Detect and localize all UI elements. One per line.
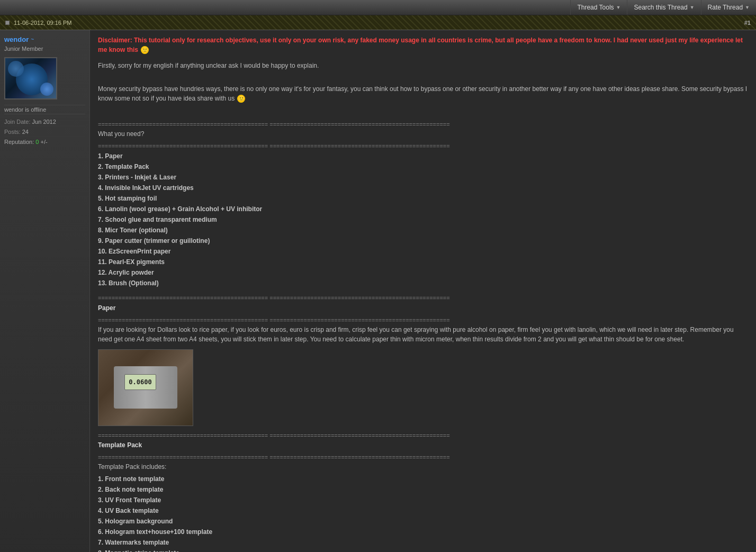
smile-emoji-1: 🙂 — [141, 46, 149, 54]
divider-2: ========================================… — [98, 143, 748, 150]
avatar-circle-3 — [40, 83, 53, 96]
divider-4: ========================================… — [98, 317, 748, 324]
material-item: 8. Micr Toner (optional) — [98, 225, 748, 236]
caliper-body: 0.0600 — [114, 366, 177, 409]
rate-thread-arrow: ▼ — [745, 5, 750, 10]
thread-tools-label: Thread Tools — [577, 4, 614, 11]
divider-5: ========================================… — [98, 432, 748, 439]
material-item: 4. Invisible InkJet UV cartridges — [98, 183, 748, 193]
user-posts: Posts: 24 — [4, 128, 85, 137]
material-item: 13. Brush (Optional) — [98, 278, 748, 288]
post-header-row: 11-06-2012, 09:16 PM #1 — [0, 15, 756, 30]
materials-list: 1. Paper2. Template Pack3. Printers - In… — [98, 151, 748, 288]
template-intro: Template Pack includes: — [98, 462, 748, 472]
template-item: 7. Watermarks template — [98, 537, 748, 548]
user-status: wendor is offline — [4, 105, 85, 114]
post-number: #1 — [744, 20, 751, 26]
template-item: 6. Hologram text+house+100 template — [98, 527, 748, 537]
user-sidebar: wendor ~ Junior Member wendor is offline… — [0, 30, 90, 552]
post-date-text: 11-06-2012, 09:16 PM — [14, 20, 71, 26]
caliper-image: 0.0600 — [98, 349, 193, 426]
search-thread-arrow: ▼ — [690, 5, 695, 10]
material-item: 10. EzScreenPrint paper — [98, 246, 748, 257]
avatar — [4, 57, 57, 99]
divider-3: ========================================… — [98, 295, 748, 302]
user-name-area: wendor ~ — [4, 35, 85, 43]
template-item: 5. Hologram background — [98, 516, 748, 527]
disclaimer: Disclaimer: This tutorial only for resea… — [98, 35, 748, 55]
top-toolbar: Thread Tools ▼ Search this Thread ▼ Rate… — [0, 0, 756, 15]
posts-label: Posts: — [4, 129, 21, 135]
reputation-label: Reputation: — [4, 139, 34, 145]
material-item: 12. Acrylic powder — [98, 267, 748, 278]
intro-text-2: Money security bypass have hundries ways… — [98, 84, 748, 103]
material-item: 6. Lanolin (wool grease) + Grain Alcohol… — [98, 204, 748, 214]
material-item: 7. School glue and transparent medium — [98, 214, 748, 225]
user-join-date: Join Date: Jun 2012 — [4, 117, 85, 126]
material-item: 9. Paper cutter (trimmer or guillotine) — [98, 236, 748, 246]
template-item: 4. UV Back template — [98, 505, 748, 516]
join-date-value: Jun 2012 — [32, 119, 56, 125]
caliper-display: 0.0600 — [124, 374, 156, 390]
reputation-value: 0 — [35, 139, 39, 145]
user-name[interactable]: wendor — [4, 35, 29, 43]
smile-emoji-2: 🙂 — [237, 95, 245, 103]
paper-description: If you are looking for Dollars look to r… — [98, 325, 748, 344]
search-thread-label: Search this Thread — [634, 4, 687, 11]
search-thread-button[interactable]: Search this Thread ▼ — [627, 0, 700, 15]
template-item: 8. Magnetic stripe template — [98, 548, 748, 552]
main-layout: wendor ~ Junior Member wendor is offline… — [0, 30, 756, 552]
material-item: 11. Pearl-EX pigments — [98, 257, 748, 267]
intro-text-1: Firstly, sorry for my english if anythin… — [98, 61, 748, 70]
post-icon — [5, 21, 10, 25]
join-date-label: Join Date: — [4, 119, 31, 125]
template-item: 2. Back note template — [98, 484, 748, 495]
divider-1: ========================================… — [98, 121, 748, 128]
material-item: 1. Paper — [98, 151, 748, 161]
user-role: Junior Member — [4, 46, 85, 52]
user-reputation: Reputation: 0 +/- — [4, 138, 85, 146]
what-you-need-label: What you need? — [98, 129, 748, 139]
post-date: 11-06-2012, 09:16 PM — [5, 20, 71, 26]
template-section-title: Template Pack — [98, 440, 748, 450]
avatar-circle-2 — [8, 61, 24, 77]
user-menu-arrow[interactable]: ~ — [31, 37, 34, 42]
material-item: 2. Template Pack — [98, 161, 748, 172]
template-list: 1. Front note template2. Back note templ… — [98, 474, 748, 552]
disclaimer-text: Disclaimer: This tutorial only for resea… — [98, 37, 743, 53]
posts-value: 24 — [22, 129, 29, 135]
rate-thread-button[interactable]: Rate Thread ▼ — [701, 0, 756, 15]
intro-2-text: Money security bypass have hundries ways… — [98, 85, 747, 102]
divider-6: ========================================… — [98, 454, 748, 461]
reputation-suffix: +/- — [41, 139, 48, 145]
material-item: 5. Hot stamping foil — [98, 193, 748, 204]
paper-section-title: Paper — [98, 303, 748, 313]
material-item: 3. Printers - Inkjet & Laser — [98, 172, 748, 183]
rate-thread-label: Rate Thread — [708, 4, 743, 11]
post-content: Disclaimer: This tutorial only for resea… — [90, 30, 756, 552]
thread-tools-arrow: ▼ — [616, 5, 621, 10]
template-item: 1. Front note template — [98, 474, 748, 484]
thread-tools-button[interactable]: Thread Tools ▼ — [570, 0, 627, 15]
template-item: 3. UV Front Template — [98, 495, 748, 505]
